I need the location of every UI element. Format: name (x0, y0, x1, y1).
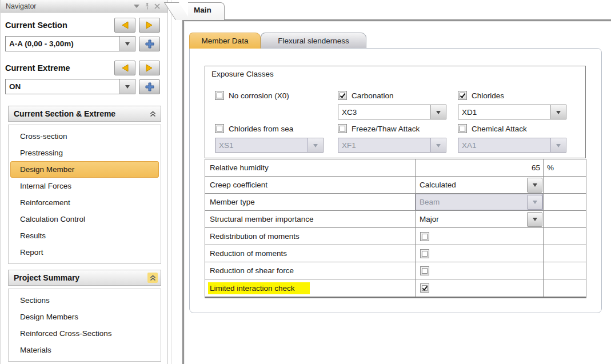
structural-member-importance-combo[interactable]: Major (416, 211, 543, 227)
add-section-button[interactable] (139, 37, 160, 51)
collapse-icon[interactable] (147, 109, 158, 119)
navigator-titlebar: Navigator (1, 0, 167, 13)
chlorides-from-sea-row: Chlorides from sea (215, 123, 327, 134)
sidebar-item-design-member[interactable]: Design Member (10, 161, 159, 178)
add-extreme-button[interactable] (139, 79, 160, 94)
relative-humidity-value-cell: 65 (416, 159, 544, 176)
table-row: Structural member importanceMajor (205, 211, 586, 228)
chemical-attack-checkbox[interactable] (458, 124, 467, 133)
combo-arrow-button[interactable] (527, 178, 542, 193)
creep-coefficient-value-cell: Calculated (416, 177, 544, 193)
pin-icon[interactable] (142, 2, 152, 11)
current-extreme-combo[interactable]: ON (5, 79, 135, 94)
group-title: Current Section & Extreme (14, 109, 147, 118)
next-section-button[interactable] (139, 18, 160, 33)
sidebar-item-reinforced-cross-sections[interactable]: Reinforced Cross-Sections (10, 325, 159, 342)
redistribution-of-moments-checkbox[interactable] (420, 232, 429, 241)
combo-arrow-button[interactable] (119, 37, 135, 51)
table-row: Member typeBeam (205, 194, 586, 211)
checkbox-mark (460, 93, 465, 98)
carbonation-label: Carbonation (352, 91, 394, 100)
table-row: Redistribution of moments (205, 228, 586, 245)
exposure-cell: Chlorides from seaXS1 (215, 123, 327, 153)
limited-interaction-check-checkbox[interactable] (420, 283, 429, 293)
current-section-combo[interactable]: A-A (0,00 - 3,00m) (5, 36, 135, 51)
tab-main[interactable]: Main (174, 2, 225, 20)
sidebar-item-cross-section[interactable]: Cross-section (10, 128, 159, 145)
tab-main-label: Main (194, 6, 211, 14)
combo-arrow-button[interactable] (550, 105, 566, 119)
chlorides-from-sea-combo-value: XS1 (215, 141, 308, 150)
tab-flexural-slenderness[interactable]: Flexural slenderness (261, 33, 366, 48)
limited-interaction-check-unit (544, 279, 586, 297)
member-type-combo: Beam (416, 194, 543, 210)
combo-arrow-button[interactable] (119, 79, 135, 94)
checkbox-mark (340, 93, 345, 98)
redistribution-of-moments-cell: Redistribution of moments (205, 228, 416, 245)
no-corrosion-x0-checkbox[interactable] (215, 91, 224, 100)
reduction-of-shear-force-unit (544, 262, 586, 279)
structural-member-importance-cell: Structural member importance (205, 211, 416, 227)
tab-flexural-slenderness-label: Flexural slenderness (278, 37, 349, 45)
chlorides-row: Chlorides (458, 90, 570, 101)
freeze-thaw-attack-combo: XF1 (338, 138, 446, 153)
chemical-attack-row: Chemical Attack (458, 123, 570, 134)
sidebar-item-results[interactable]: Results (10, 227, 159, 244)
exposure-classes-title: Exposure Classes (211, 70, 274, 78)
chlorides-checkbox[interactable] (458, 91, 467, 100)
sidebar-item-prestressing[interactable]: Prestressing (10, 145, 159, 161)
sidebar-item-internal-forces[interactable]: Internal Forces (10, 178, 159, 194)
relative-humidity-label: Relative humidity (210, 163, 269, 172)
carbonation-combo[interactable]: XC3 (338, 105, 446, 119)
section-header-project-summary[interactable]: Project Summary (8, 270, 161, 286)
sidebar-item-materials[interactable]: Materials (10, 342, 159, 358)
exposure-classes-groupbox: Exposure Classes No corrosion (X0) Carbo… (205, 66, 586, 158)
gold-arrow-right-icon (145, 21, 154, 29)
sidebar-item-report[interactable]: Report (10, 244, 159, 261)
sidebar-item-calculation-control[interactable]: Calculation Control (10, 211, 159, 227)
plus-icon (145, 39, 155, 49)
carbonation-checkbox[interactable] (338, 91, 347, 100)
combo-arrow-button[interactable] (430, 105, 446, 119)
combo-arrow-button[interactable] (527, 212, 542, 227)
reduction-of-moments-checkbox[interactable] (420, 249, 429, 258)
chlorides-from-sea-checkbox[interactable] (215, 124, 224, 133)
table-row: Reduction of moments (205, 245, 586, 262)
panel-splitter[interactable] (171, 0, 172, 364)
close-icon[interactable] (152, 2, 162, 11)
collapse-icon[interactable] (147, 273, 158, 283)
reduction-of-moments-label: Reduction of moments (210, 249, 287, 258)
sidebar-item-design-members[interactable]: Design Members (10, 309, 159, 325)
previous-section-button[interactable] (114, 18, 135, 33)
checkbox-mark (422, 268, 428, 274)
reduction-of-shear-force-value-cell (416, 262, 544, 279)
previous-extreme-button[interactable] (114, 61, 135, 75)
limited-interaction-check-cell: Limited interaction check (205, 279, 416, 297)
sidebar-item-reinforcement[interactable]: Reinforcement (10, 194, 159, 211)
structural-member-importance-value-cell: Major (416, 211, 544, 227)
creep-coefficient-combo[interactable]: Calculated (416, 177, 543, 193)
reduction-of-shear-force-cell: Reduction of shear force (205, 262, 416, 279)
combo-arrow-button (527, 195, 542, 210)
gold-arrow-right-icon (145, 64, 154, 72)
carbonation-row: Carbonation (338, 90, 450, 101)
relative-humidity-value[interactable]: 65 (532, 163, 540, 172)
tab-member-data[interactable]: Member Data (189, 33, 261, 49)
current-section-combo-row: A-A (0,00 - 3,00m) (1, 33, 167, 51)
navigator-list-summary: SectionsDesign MembersReinforced Cross-S… (8, 289, 161, 362)
structural-member-importance-label: Structural member importance (210, 215, 314, 223)
checkbox-mark (422, 285, 428, 291)
reduction-of-shear-force-label: Reduction of shear force (210, 266, 294, 275)
checkbox-mark (422, 251, 428, 257)
current-section-row: Current Section (1, 13, 167, 33)
sidebar-item-sections[interactable]: Sections (10, 292, 159, 309)
chevron-down-icon[interactable] (131, 2, 142, 11)
freeze-thaw-attack-checkbox[interactable] (338, 124, 347, 133)
chlorides-from-sea-label: Chlorides from sea (229, 125, 293, 133)
reduction-of-moments-unit (544, 245, 586, 262)
chlorides-combo[interactable]: XD1 (458, 105, 566, 119)
next-extreme-button[interactable] (139, 61, 160, 75)
reduction-of-shear-force-checkbox[interactable] (420, 266, 429, 275)
creep-coefficient-label: Creep coefficient (210, 181, 267, 189)
section-header-current-section-extreme[interactable]: Current Section & Extreme (8, 106, 161, 122)
